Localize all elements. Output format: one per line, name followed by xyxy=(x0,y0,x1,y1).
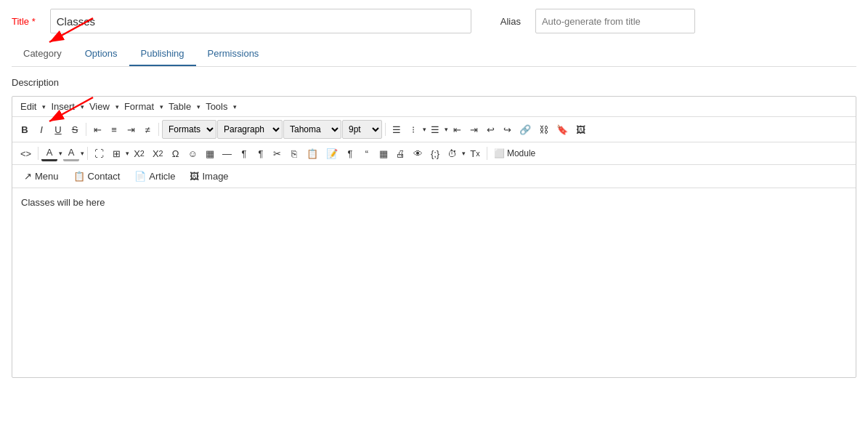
link-btn[interactable]: 🔗 xyxy=(516,123,535,137)
sep3 xyxy=(385,123,386,136)
bookmark-btn[interactable]: 🔖 xyxy=(553,123,572,137)
align-center-btn[interactable]: ≡ xyxy=(106,123,122,137)
cut-btn[interactable]: ✂ xyxy=(269,147,285,161)
sep4 xyxy=(38,147,38,160)
undo-btn[interactable]: ↩ xyxy=(482,123,498,137)
tab-permissions[interactable]: Permissions xyxy=(196,42,271,66)
tools-menu[interactable]: Tools xyxy=(202,100,231,113)
table-icon-btn[interactable]: ☰ xyxy=(389,123,405,137)
article-custom-icon: 📄 xyxy=(134,171,146,182)
bold-btn[interactable]: B xyxy=(17,123,33,137)
image-custom-icon: 🖼 xyxy=(190,171,199,182)
source-btn[interactable]: {;} xyxy=(427,147,443,161)
superscript-btn[interactable]: X2 xyxy=(149,147,167,161)
list-btn[interactable]: ⁝ xyxy=(405,123,421,137)
subscript-btn[interactable]: X2 xyxy=(130,147,148,161)
title-row: Title * Alias xyxy=(12,9,856,33)
format-menu[interactable]: Format xyxy=(121,100,158,113)
strikethrough-btn[interactable]: S xyxy=(67,123,83,137)
paste-btn[interactable]: 📋 xyxy=(303,147,322,161)
tab-publishing[interactable]: Publishing xyxy=(129,42,196,66)
underline-btn[interactable]: U xyxy=(50,123,66,137)
preview-btn[interactable]: 👁 xyxy=(410,147,426,161)
italic-btn[interactable]: I xyxy=(33,123,49,137)
special-char-btn[interactable]: Ω xyxy=(168,147,184,161)
copy-btn[interactable]: ⎘ xyxy=(286,147,302,161)
alias-label: Alias xyxy=(500,16,521,27)
image-custom-btn[interactable]: 🖼 Image xyxy=(184,169,234,184)
font-select[interactable]: Tahoma xyxy=(283,120,341,139)
print-btn[interactable]: 🖨 xyxy=(392,147,409,161)
view-menu[interactable]: View xyxy=(86,100,113,113)
sep6 xyxy=(487,147,487,160)
hr-btn[interactable]: — xyxy=(219,147,235,161)
tab-category[interactable]: Category xyxy=(12,42,73,66)
description-label: Description xyxy=(12,77,59,88)
outdent-btn[interactable]: ⇤ xyxy=(449,123,465,137)
table-caret: ▾ xyxy=(197,103,200,110)
insert-menu[interactable]: Insert xyxy=(47,100,78,113)
format-toolbar-1: B I U S ⇤ ≡ ⇥ ≠ Formats Paragraph Tahoma xyxy=(12,117,856,142)
article-custom-btn[interactable]: 📄 Article xyxy=(129,169,181,184)
menu-custom-label: Menu xyxy=(35,171,59,182)
clear-format-btn[interactable]: Tx xyxy=(466,147,483,161)
unlink-btn[interactable]: ⛓ xyxy=(535,123,552,137)
edit-caret: ▾ xyxy=(42,103,46,110)
editor-text: Classes will be here xyxy=(21,197,105,208)
custom-toolbar: ↗ Menu 📋 Contact 📄 Article 🖼 Image xyxy=(12,165,856,188)
insert-caret: ▾ xyxy=(81,103,84,110)
table-menu[interactable]: Table xyxy=(165,100,195,113)
blocks-btn[interactable]: ▦ xyxy=(376,147,392,161)
size-select[interactable]: 9pt xyxy=(342,120,382,139)
timer-btn[interactable]: ⏱ xyxy=(444,147,461,161)
font-color-btn[interactable]: A xyxy=(41,145,57,161)
image-insert-btn[interactable]: 🖼 xyxy=(572,123,589,137)
bg-color-btn[interactable]: A xyxy=(63,145,79,161)
module-insert-btn[interactable]: ⬜ Module xyxy=(490,147,540,160)
indent-btn[interactable]: ⇥ xyxy=(466,123,482,137)
sep5 xyxy=(87,147,88,160)
tab-options[interactable]: Options xyxy=(73,42,129,66)
menu-toolbar: Edit▾ Insert▾ View▾ Format▾ Table▾ Tools… xyxy=(12,97,856,117)
paste-text-btn[interactable]: 📝 xyxy=(323,147,341,161)
title-input[interactable] xyxy=(50,9,471,33)
sep2 xyxy=(158,123,159,136)
alias-input[interactable] xyxy=(535,9,695,33)
media-btn[interactable]: ▦ xyxy=(202,147,218,161)
article-custom-label: Article xyxy=(149,171,175,182)
editor-container: Edit▾ Insert▾ View▾ Format▾ Table▾ Tools… xyxy=(12,96,856,378)
image-custom-label: Image xyxy=(202,171,228,182)
redo-btn[interactable]: ↪ xyxy=(499,123,515,137)
tabs-container: Category Options Publishing Permissions xyxy=(12,42,856,67)
contact-custom-label: Contact xyxy=(88,171,121,182)
sep1 xyxy=(86,123,86,136)
ltr-btn[interactable]: ¶ xyxy=(236,147,252,161)
menu-custom-icon: ↗ xyxy=(24,171,32,182)
formats-select[interactable]: Formats xyxy=(162,120,216,139)
contact-custom-btn[interactable]: 📋 Contact xyxy=(68,169,126,184)
format-caret: ▾ xyxy=(160,103,163,110)
format-toolbar-2: <> A▾ A▾ ⛶ ⊞▾ X2 X2 Ω ☺ ▦ — ¶ ¶ ✂ ⎘ 📋 📝 … xyxy=(12,142,856,165)
num-list-btn[interactable]: ☰ xyxy=(427,123,443,137)
align-right-btn[interactable]: ⇥ xyxy=(123,123,139,137)
block-quote-btn[interactable]: “ xyxy=(359,147,375,161)
rtl-btn[interactable]: ¶ xyxy=(253,147,269,161)
view-caret: ▾ xyxy=(115,103,119,110)
edit-menu[interactable]: Edit xyxy=(17,100,40,113)
fullscreen-btn[interactable]: ⛶ xyxy=(91,147,108,161)
para-marks-btn[interactable]: ¶ xyxy=(342,147,358,161)
table2-btn[interactable]: ⊞ xyxy=(108,147,124,161)
editor-content[interactable]: Classes will be here xyxy=(12,188,856,377)
block-select[interactable]: Paragraph xyxy=(217,120,283,139)
emoticon-btn[interactable]: ☺ xyxy=(184,147,201,161)
contact-custom-icon: 📋 xyxy=(73,171,85,182)
menu-custom-btn[interactable]: ↗ Menu xyxy=(18,169,65,184)
code-btn[interactable]: <> xyxy=(17,147,35,161)
align-left-btn[interactable]: ⇤ xyxy=(89,123,105,137)
tools-caret: ▾ xyxy=(233,103,237,110)
title-text: Title xyxy=(12,16,29,27)
title-label: Title * xyxy=(12,16,36,27)
align-justify-btn[interactable]: ≠ xyxy=(139,123,155,137)
required-marker: * xyxy=(29,16,36,27)
